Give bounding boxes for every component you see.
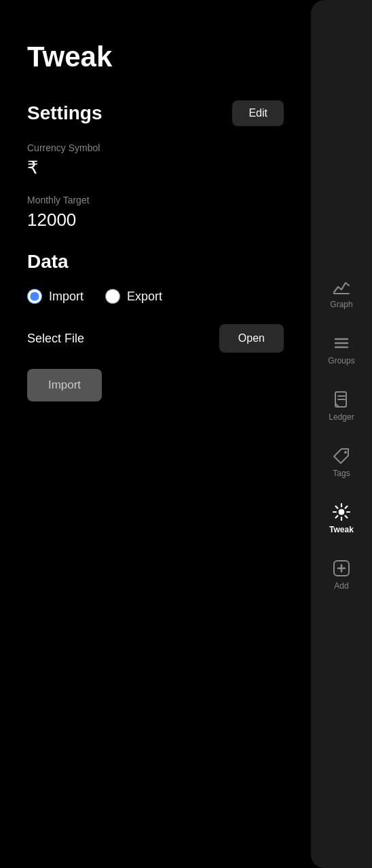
import-action-button[interactable]: Import [27,369,102,401]
sidebar-item-groups[interactable]: Groups [316,324,367,375]
currency-symbol-field: Currency Symbol ₹ [27,142,284,178]
sidebar-item-add[interactable]: Add [316,549,367,600]
settings-section: Settings Edit Currency Symbol ₹ Monthly … [27,100,284,231]
sidebar-item-tweak-label: Tweak [329,525,354,534]
data-section-title: Data [27,251,284,273]
sidebar-item-tweak[interactable]: Tweak [316,493,367,544]
import-radio-input[interactable] [27,289,42,304]
export-radio-text: Export [127,290,162,304]
groups-icon [332,334,351,353]
monthly-target-field: Monthly Target 12000 [27,195,284,231]
currency-symbol-label: Currency Symbol [27,142,284,153]
sidebar-item-tags[interactable]: Tags [316,437,367,488]
svg-point-9 [339,509,344,515]
import-radio-label[interactable]: Import [27,289,83,304]
data-section: Data Import Export Select File Open Impo… [27,251,284,401]
svg-point-8 [344,451,347,454]
tags-icon [332,446,351,465]
monthly-target-label: Monthly Target [27,195,284,205]
select-file-label: Select File [27,332,84,346]
select-file-row: Select File Open [27,324,284,353]
sidebar-item-add-label: Add [334,581,348,591]
graph-icon [332,277,351,296]
currency-symbol-value: ₹ [27,157,284,178]
settings-header: Settings Edit [27,100,284,126]
sidebar-item-graph-label: Graph [330,300,352,309]
main-content: Tweak Settings Edit Currency Symbol ₹ Mo… [0,0,311,429]
import-export-radio-group: Import Export [27,289,284,304]
sidebar-item-ledger[interactable]: Ledger [316,380,367,431]
open-button[interactable]: Open [219,324,284,353]
sidebar: Graph Groups Ledger [311,0,372,868]
monthly-target-value: 12000 [27,210,284,231]
sidebar-item-groups-label: Groups [328,356,354,366]
settings-title: Settings [27,102,102,124]
sidebar-item-ledger-label: Ledger [329,412,354,422]
export-radio-label[interactable]: Export [105,289,162,304]
ledger-icon [332,390,351,409]
sidebar-item-tags-label: Tags [333,469,350,478]
page-title: Tweak [27,41,284,73]
sidebar-item-graph[interactable]: Graph [316,268,367,319]
tweak-icon [332,502,351,521]
add-icon [332,559,351,578]
export-radio-input[interactable] [105,289,120,304]
edit-button[interactable]: Edit [232,100,284,126]
import-radio-text: Import [49,290,83,304]
